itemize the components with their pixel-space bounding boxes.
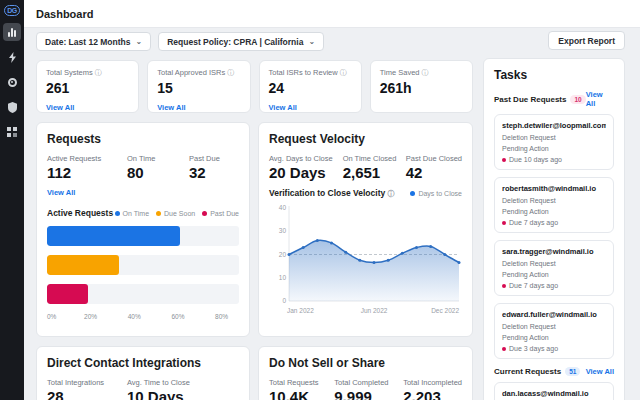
section-label: Past Due Requests xyxy=(494,95,566,104)
sidebar: DG xyxy=(0,0,24,400)
info-icon[interactable]: ⓘ xyxy=(95,69,102,76)
svg-text:10: 10 xyxy=(279,274,287,281)
stat-value: 15 xyxy=(157,80,240,96)
stat-card-approved-isrs: Total Approved ISRs ⓘ 15 View All xyxy=(147,60,250,113)
stat-value: 9,999 xyxy=(334,388,403,400)
export-report-button[interactable]: Export Report xyxy=(548,31,625,50)
stat-value: 20 Days xyxy=(269,164,343,181)
bar-chart-x-axis: 0%20%40%60%80% xyxy=(47,313,239,323)
view-all-link[interactable]: View All xyxy=(157,103,185,112)
bar-chart-title: Active Requests xyxy=(47,208,113,218)
stat-card-time-saved: Time Saved ⓘ 261h xyxy=(370,60,473,113)
bar-track xyxy=(47,255,239,275)
task-card[interactable]: edward.fuller@windmail.io Deletion Reque… xyxy=(494,303,614,359)
on-time-legend-dot xyxy=(115,211,120,216)
stat-label: Total Requests xyxy=(269,378,334,387)
stat-label: Time Saved xyxy=(380,68,420,77)
svg-text:Dec 2022: Dec 2022 xyxy=(431,307,459,314)
sidebar-item-settings[interactable] xyxy=(3,73,21,91)
task-status: Pending Action xyxy=(502,145,549,152)
bar-chart-icon xyxy=(8,28,16,37)
sidebar-item-actions[interactable] xyxy=(3,48,21,66)
stat-value: 2,651 xyxy=(343,164,406,181)
filter-bar: Date: Last 12 Months ⌄ Request Policy: C… xyxy=(36,32,324,51)
current-requests-section: Current Requests 51 View All xyxy=(494,367,614,376)
chevron-down-icon: ⌄ xyxy=(308,39,315,45)
requests-card: Requests Active Requests 112 On Time 80 … xyxy=(36,122,250,337)
info-icon[interactable]: ⓘ xyxy=(340,69,347,76)
task-type: Deletion Request xyxy=(502,197,556,204)
task-due: Due 10 days ago xyxy=(509,156,562,163)
view-all-link[interactable]: View All xyxy=(46,103,74,112)
stat-value: 42 xyxy=(406,164,462,181)
stat-value: 24 xyxy=(269,80,352,96)
task-due: Due 3 days ago xyxy=(509,345,558,352)
velocity-card-title: Request Velocity xyxy=(269,132,462,146)
task-email: sara.tragger@windmail.io xyxy=(502,247,606,256)
past-due-requests-section: Past Due Requests 10 View All xyxy=(494,90,614,108)
lightning-icon xyxy=(8,52,17,63)
view-all-link[interactable]: View All xyxy=(586,90,614,108)
sidebar-item-reports[interactable] xyxy=(3,123,21,141)
tasks-panel: Tasks Past Due Requests 10 View All step… xyxy=(483,58,625,400)
line-chart-svg: 010203040Jan 2022Jun 2022Dec 2022 xyxy=(269,202,464,316)
policy-filter-label: Request Policy: CPRA | California xyxy=(167,37,303,47)
date-filter-dropdown[interactable]: Date: Last 12 Months ⌄ xyxy=(36,32,151,51)
stat-label: Past Due Closed xyxy=(406,154,462,163)
task-card[interactable]: robertasmith@windmail.io Deletion Reques… xyxy=(494,177,614,233)
task-status: Pending Action xyxy=(502,271,549,278)
section-label: Current Requests xyxy=(494,367,561,376)
do-not-sell-card: Do Not Sell or Share Total Requests 10.4… xyxy=(258,346,473,400)
svg-text:40: 40 xyxy=(279,204,287,211)
grid-icon xyxy=(7,127,17,137)
page-title: Dashboard xyxy=(36,8,93,20)
sidebar-item-privacy[interactable] xyxy=(3,98,21,116)
stat-label: Total ISRs to Review xyxy=(269,68,338,77)
view-all-link[interactable]: View All xyxy=(586,367,614,376)
stat-label: Total Systems xyxy=(46,68,93,77)
svg-text:Jun 2022: Jun 2022 xyxy=(361,307,388,314)
policy-filter-dropdown[interactable]: Request Policy: CPRA | California ⌄ xyxy=(158,32,324,51)
bar-due-soon xyxy=(47,255,119,275)
axis-tick: 40% xyxy=(128,313,141,320)
bar-chart-legend: On Time Due Soon Past Due xyxy=(115,210,239,217)
due-soon-legend-dot xyxy=(156,211,161,216)
past-due-count-badge: 10 xyxy=(570,95,585,104)
task-due: Due 7 days ago xyxy=(509,219,558,226)
task-type: Deletion Request xyxy=(502,134,556,141)
dns-card-title: Do Not Sell or Share xyxy=(269,356,462,370)
overdue-dot xyxy=(502,221,506,225)
info-icon[interactable]: ⓘ xyxy=(388,190,395,197)
stat-label: Past Due xyxy=(189,154,220,163)
task-card[interactable]: sara.tragger@windmail.io Deletion Reques… xyxy=(494,240,614,296)
stat-value: 261 xyxy=(46,80,129,96)
sidebar-item-dashboard[interactable] xyxy=(3,23,21,41)
stat-label: Avg. Time to Close xyxy=(127,378,190,387)
bar-track xyxy=(47,226,239,246)
overdue-dot xyxy=(502,158,506,162)
axis-tick: 60% xyxy=(171,313,184,320)
topbar: Dashboard xyxy=(24,0,640,28)
task-card[interactable]: dan.lacass@windmail.io Deletion RequestP… xyxy=(494,382,614,400)
task-email: robertasmith@windmail.io xyxy=(502,184,606,193)
info-icon[interactable]: ⓘ xyxy=(422,69,429,76)
line-chart-area xyxy=(289,240,459,301)
task-status: Pending Action xyxy=(502,208,549,215)
view-all-link[interactable]: View All xyxy=(47,188,75,197)
legend-label: Due Soon xyxy=(164,210,195,217)
svg-text:Jan 2022: Jan 2022 xyxy=(287,307,314,314)
integrations-card-title: Direct Contact Integrations xyxy=(47,356,239,370)
stat-label: Avg. Days to Close xyxy=(269,154,343,163)
stat-label: On Time xyxy=(127,154,189,163)
task-type: Deletion Request xyxy=(502,260,556,267)
line-chart-legend: Days to Close xyxy=(410,190,462,197)
task-card[interactable]: steph.detwiler@loopmail.com Deletion Req… xyxy=(494,114,614,170)
axis-tick: 20% xyxy=(84,313,97,320)
app-logo[interactable]: DG xyxy=(4,5,20,16)
info-icon[interactable]: ⓘ xyxy=(227,69,234,76)
stat-label: On Time Closed xyxy=(343,154,406,163)
past-due-legend-dot xyxy=(202,211,207,216)
view-all-link[interactable]: View All xyxy=(269,103,297,112)
line-chart-title: Verification to Close Velocity xyxy=(269,188,385,198)
svg-text:0: 0 xyxy=(282,297,286,304)
